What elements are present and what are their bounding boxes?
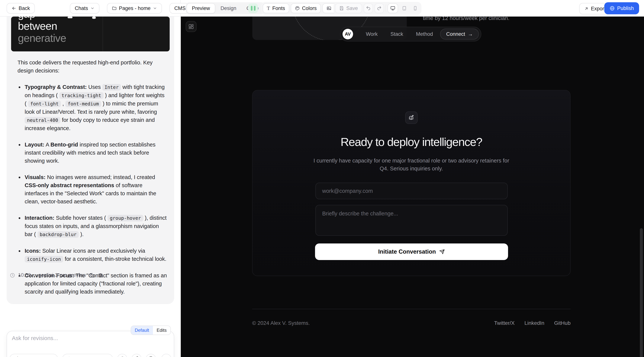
footer-link-linkedin[interactable]: LinkedIn	[524, 320, 544, 326]
export-label: Export	[591, 6, 606, 12]
preview-scrollbar[interactable]	[640, 228, 643, 357]
site-preview-canvas: time by 12 hours/week per clinician. AV …	[181, 16, 644, 357]
chat-bullet-item: Visuals: No images were assumed; instead…	[23, 173, 168, 206]
arrow-left-icon	[12, 6, 16, 11]
delete-icon[interactable]	[98, 272, 104, 278]
contact-section-card: Ready to deploy intelligence? I currentl…	[252, 90, 570, 276]
challenge-field[interactable]	[316, 205, 508, 236]
dashboard-grid-icon	[188, 24, 194, 29]
status-bar-icon	[254, 6, 256, 11]
model-selector[interactable]: Gemini 3 Pro	[62, 354, 113, 357]
model-name: gemini-3-pro-preview	[38, 272, 86, 278]
site-navbar: AV Work Stack Method Connect →	[340, 27, 481, 42]
hero-caption-text: time by 12 hours/week per clinician.	[423, 16, 509, 21]
mailbox-icon-box	[405, 112, 418, 124]
tab-preview[interactable]: Preview	[186, 3, 215, 13]
attach-button[interactable]	[132, 354, 142, 357]
colors-label: Colors	[302, 6, 317, 11]
fonts-icon: T	[267, 5, 270, 11]
image-icon	[326, 6, 332, 11]
contact-heading: Ready to deploy intelligence?	[252, 135, 570, 148]
assistant-message: gap between generative This code deliver…	[6, 16, 174, 304]
mode-edits[interactable]: Edits	[153, 326, 170, 334]
section-overview-button[interactable]	[186, 21, 196, 32]
publish-label: Publish	[617, 6, 634, 11]
cropped-text-remnant	[68, 16, 72, 18]
redo-button[interactable]	[374, 4, 384, 13]
thumbnail-line: gap	[18, 16, 66, 20]
tablet-view-button[interactable]	[400, 4, 409, 13]
model-selector-label: Gemini 3 Pro	[74, 356, 102, 357]
desktop-icon	[390, 6, 396, 11]
cms-label: CMS	[174, 6, 186, 11]
device-preview-group	[386, 2, 422, 15]
tab-design[interactable]: Design	[216, 3, 241, 13]
composer-toolbar: Prompt Builder Gemini 3 Pro @ ↑	[10, 354, 171, 357]
pages-label: Pages - home	[119, 6, 151, 11]
chats-dropdown[interactable]: Chats	[70, 3, 100, 14]
message-intro: This code delivers the requested high-en…	[18, 58, 168, 75]
meta-separator-dot	[34, 274, 36, 276]
globe-icon	[610, 6, 615, 11]
chat-bullet-item: Typography & Contrast: Uses Inter with t…	[23, 83, 168, 132]
prompt-builder-label: Prompt Builder	[21, 356, 54, 357]
chats-label: Chats	[75, 6, 88, 11]
fonts-button[interactable]: T Fonts	[263, 4, 289, 13]
undo-icon	[366, 6, 371, 11]
clock-icon	[10, 273, 15, 278]
nav-link-method[interactable]: Method	[416, 31, 433, 37]
arrow-right-icon: →	[468, 31, 473, 37]
at-icon: @	[120, 356, 125, 357]
footer-link-twitter[interactable]: Twitter/X	[494, 320, 515, 326]
colors-button[interactable]: Colors	[291, 4, 321, 13]
nav-link-work[interactable]: Work	[366, 31, 378, 37]
mode-default[interactable]: Default	[131, 326, 153, 334]
arrow-up-icon: ↑	[165, 356, 168, 357]
figma-import-button[interactable]	[146, 354, 156, 357]
thumbnail-line: generative	[18, 32, 66, 44]
mention-button[interactable]: @	[117, 354, 127, 357]
chat-bullet-item: Layout: A Bento-grid inspired top sectio…	[23, 141, 168, 165]
undo-button[interactable]	[364, 4, 373, 13]
assistant-message-body: This code delivers the requested high-en…	[6, 52, 174, 296]
thumbnail-headline: gap between generative	[18, 16, 66, 44]
chat-bullet-item: Icons: Solar Linear icons are used exclu…	[23, 247, 168, 263]
save-label: Save	[346, 6, 358, 11]
connect-button[interactable]: Connect →	[440, 28, 479, 40]
palette-icon	[295, 6, 300, 11]
initiate-label: Initiate Conversation	[378, 248, 436, 255]
pages-dropdown[interactable]: Pages - home	[107, 3, 162, 14]
generated-design-thumbnail[interactable]: gap between generative	[11, 16, 170, 52]
nav-link-stack[interactable]: Stack	[390, 31, 403, 37]
avatar[interactable]: AV	[342, 29, 353, 39]
top-toolbar: Back Chats Pages - home CMS Preview Desi…	[0, 0, 644, 16]
thumbnail-divider	[103, 16, 103, 52]
back-button[interactable]: Back	[6, 3, 35, 14]
mailbox-icon	[408, 114, 415, 121]
connect-label: Connect	[446, 31, 465, 37]
prompt-builder-button[interactable]: Prompt Builder	[10, 354, 58, 357]
mobile-view-button[interactable]	[410, 4, 420, 13]
footer-link-github[interactable]: GitHub	[554, 320, 570, 326]
email-field[interactable]	[316, 183, 508, 199]
chat-bullets: Typography & Contrast: Uses Inter with t…	[23, 83, 168, 296]
contact-subtext: I currently have capacity for one major …	[310, 157, 513, 172]
status-indicator[interactable]	[248, 4, 258, 13]
footer-copyright: © 2024 Alex V. Systems.	[252, 320, 310, 326]
revision-input[interactable]	[12, 335, 144, 350]
footer-divider	[252, 309, 570, 309]
thumbnail-line: between	[18, 20, 66, 32]
initiate-conversation-button[interactable]: Initiate Conversation	[315, 244, 508, 260]
save-button[interactable]: Save	[335, 4, 362, 13]
chat-panel: gap between generative This code deliver…	[0, 16, 181, 357]
back-label: Back	[19, 6, 30, 11]
publish-button[interactable]: Publish	[604, 2, 639, 14]
status-bar-icon	[251, 6, 252, 11]
send-button[interactable]: ↑	[161, 354, 171, 357]
save-icon	[339, 6, 344, 11]
copy-icon[interactable]	[89, 272, 95, 278]
chevron-down-icon	[153, 6, 157, 10]
desktop-view-button[interactable]	[388, 4, 398, 13]
redo-icon	[377, 6, 382, 11]
tablet-icon	[402, 6, 407, 11]
